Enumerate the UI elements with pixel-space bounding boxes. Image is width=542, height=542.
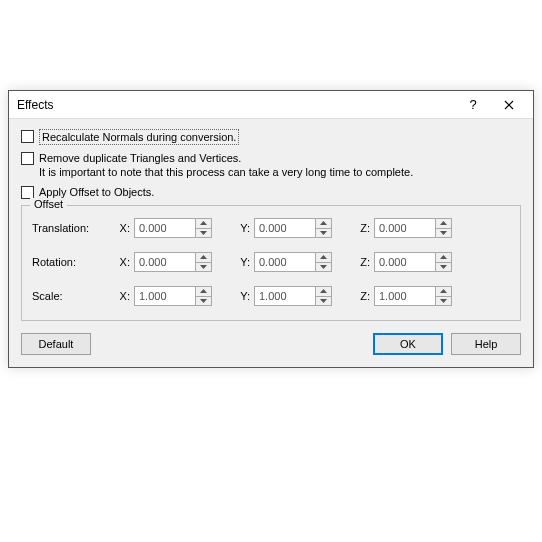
- axis-x-label: X:: [114, 256, 130, 268]
- spin-down-button[interactable]: [316, 296, 331, 306]
- translation-z-input[interactable]: [374, 218, 436, 238]
- scale-y-input[interactable]: [254, 286, 316, 306]
- apply-offset-row: Apply Offset to Objects.: [21, 185, 521, 199]
- titlebar: Effects ?: [9, 91, 533, 119]
- chevron-up-icon: [320, 221, 327, 225]
- spin-down-button[interactable]: [196, 262, 211, 272]
- translation-row: Translation: X: Y: Z:: [32, 218, 510, 238]
- offset-fieldset: Offset Translation: X: Y:: [21, 205, 521, 321]
- axis-x-label: X:: [114, 222, 130, 234]
- scale-z-input[interactable]: [374, 286, 436, 306]
- spin-up-button[interactable]: [436, 219, 451, 228]
- axis-y-label: Y:: [234, 290, 250, 302]
- axis-y-label: Y:: [234, 222, 250, 234]
- chevron-up-icon: [440, 255, 447, 259]
- chevron-down-icon: [320, 265, 327, 269]
- remove-duplicates-label-line2: It is important to note that this proces…: [39, 165, 413, 179]
- ok-button[interactable]: OK: [373, 333, 443, 355]
- scale-x-spinner: [134, 286, 212, 306]
- chevron-down-icon: [440, 265, 447, 269]
- chevron-up-icon: [440, 289, 447, 293]
- apply-offset-label: Apply Offset to Objects.: [39, 185, 154, 199]
- ok-button-label: OK: [400, 338, 416, 350]
- spin-down-button[interactable]: [196, 228, 211, 238]
- spin-up-button[interactable]: [196, 253, 211, 262]
- chevron-up-icon: [440, 221, 447, 225]
- remove-duplicates-label: Remove duplicate Triangles and Vertices.…: [39, 151, 413, 179]
- chevron-up-icon: [320, 289, 327, 293]
- chevron-down-icon: [320, 231, 327, 235]
- offset-legend: Offset: [30, 198, 67, 210]
- chevron-down-icon: [200, 231, 207, 235]
- close-button[interactable]: [491, 92, 527, 118]
- chevron-down-icon: [440, 299, 447, 303]
- button-bar: Default OK Help: [21, 333, 521, 355]
- recalculate-normals-checkbox[interactable]: [21, 130, 34, 143]
- dialog-content: Recalculate Normals during conversion. R…: [9, 119, 533, 367]
- remove-duplicates-label-line1: Remove duplicate Triangles and Vertices.: [39, 151, 413, 165]
- chevron-down-icon: [320, 299, 327, 303]
- help-button[interactable]: ?: [455, 92, 491, 118]
- chevron-down-icon: [200, 265, 207, 269]
- translation-z-spinner: [374, 218, 452, 238]
- spin-up-button[interactable]: [436, 287, 451, 296]
- scale-row: Scale: X: Y: Z:: [32, 286, 510, 306]
- default-button-label: Default: [39, 338, 74, 350]
- axis-z-label: Z:: [354, 290, 370, 302]
- question-icon: ?: [469, 97, 476, 112]
- spin-up-button[interactable]: [196, 219, 211, 228]
- spin-down-button[interactable]: [196, 296, 211, 306]
- rotation-z-spinner: [374, 252, 452, 272]
- translation-x-input[interactable]: [134, 218, 196, 238]
- spin-up-button[interactable]: [316, 287, 331, 296]
- chevron-down-icon: [200, 299, 207, 303]
- spin-down-button[interactable]: [316, 262, 331, 272]
- chevron-up-icon: [200, 289, 207, 293]
- spin-up-button[interactable]: [436, 253, 451, 262]
- axis-z-label: Z:: [354, 256, 370, 268]
- chevron-up-icon: [320, 255, 327, 259]
- spin-down-button[interactable]: [436, 262, 451, 272]
- remove-duplicates-row: Remove duplicate Triangles and Vertices.…: [21, 151, 521, 179]
- translation-label: Translation:: [32, 222, 114, 234]
- help-dialog-button[interactable]: Help: [451, 333, 521, 355]
- axis-z-label: Z:: [354, 222, 370, 234]
- rotation-label: Rotation:: [32, 256, 114, 268]
- remove-duplicates-checkbox[interactable]: [21, 152, 34, 165]
- translation-x-spinner: [134, 218, 212, 238]
- spin-up-button[interactable]: [316, 219, 331, 228]
- close-icon: [504, 100, 514, 110]
- axis-x-label: X:: [114, 290, 130, 302]
- default-button[interactable]: Default: [21, 333, 91, 355]
- help-button-label: Help: [475, 338, 498, 350]
- recalculate-normals-row: Recalculate Normals during conversion.: [21, 129, 521, 145]
- scale-z-spinner: [374, 286, 452, 306]
- spin-up-button[interactable]: [196, 287, 211, 296]
- rotation-x-input[interactable]: [134, 252, 196, 272]
- rotation-y-spinner: [254, 252, 332, 272]
- translation-y-input[interactable]: [254, 218, 316, 238]
- scale-y-spinner: [254, 286, 332, 306]
- scale-x-input[interactable]: [134, 286, 196, 306]
- scale-label: Scale:: [32, 290, 114, 302]
- spin-down-button[interactable]: [436, 296, 451, 306]
- recalculate-normals-label: Recalculate Normals during conversion.: [39, 129, 239, 145]
- spin-down-button[interactable]: [436, 228, 451, 238]
- chevron-up-icon: [200, 221, 207, 225]
- translation-y-spinner: [254, 218, 332, 238]
- rotation-y-input[interactable]: [254, 252, 316, 272]
- rotation-z-input[interactable]: [374, 252, 436, 272]
- spin-down-button[interactable]: [316, 228, 331, 238]
- chevron-up-icon: [200, 255, 207, 259]
- rotation-row: Rotation: X: Y: Z:: [32, 252, 510, 272]
- rotation-x-spinner: [134, 252, 212, 272]
- effects-dialog: Effects ? Recalculate Normals during con…: [8, 90, 534, 368]
- window-title: Effects: [17, 98, 455, 112]
- spin-up-button[interactable]: [316, 253, 331, 262]
- axis-y-label: Y:: [234, 256, 250, 268]
- chevron-down-icon: [440, 231, 447, 235]
